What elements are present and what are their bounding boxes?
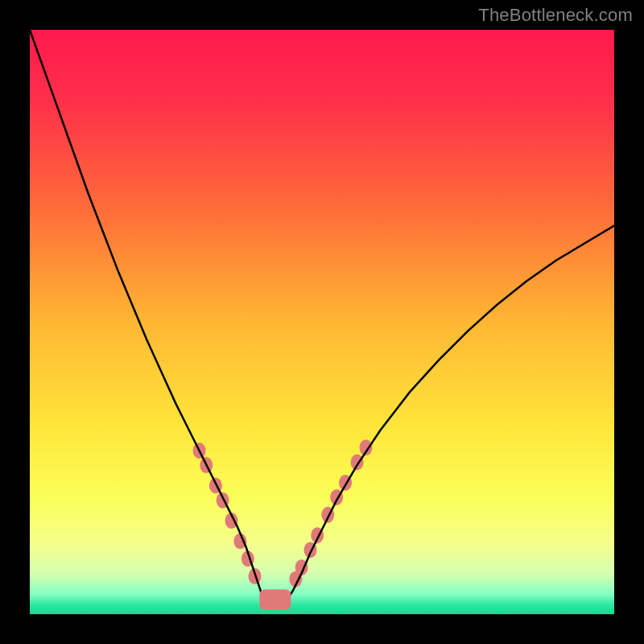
chart-frame: TheBottleneck.com: [0, 0, 644, 644]
trough-bar: [259, 589, 291, 609]
marker-dots: [193, 440, 373, 587]
plot-area: [30, 30, 614, 614]
curve-layer: [30, 30, 614, 614]
watermark-text: TheBottleneck.com: [478, 5, 633, 26]
